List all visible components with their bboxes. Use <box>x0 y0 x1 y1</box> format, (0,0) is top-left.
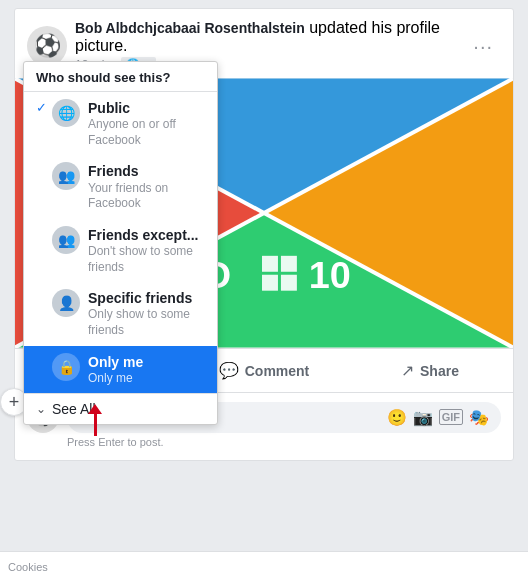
page-wrapper: + ⚽ Bob Albdchjcabaai Rosenthalstein upd… <box>0 8 528 581</box>
only-me-title: Only me <box>88 353 205 371</box>
public-subtitle: Anyone on or off Facebook <box>88 117 205 148</box>
public-icon: 🌐 <box>52 99 80 127</box>
cookies-rest: ookies <box>16 561 48 573</box>
dropdown-item-specific-friends[interactable]: 👤 Specific friends Only show to some fri… <box>24 282 217 345</box>
share-label: Share <box>420 363 459 379</box>
friends-subtitle: Your friends on Facebook <box>88 181 205 212</box>
dropdown-header: Who should see this? <box>24 62 217 92</box>
specific-friends-title: Specific friends <box>88 289 205 307</box>
bottom-bar: C ookies <box>0 551 528 581</box>
post-author-name[interactable]: Bob Albdchjcabaai Rosenthalstein <box>75 20 305 36</box>
friends-except-icon: 👥 <box>52 226 80 254</box>
sticker-icon[interactable]: 🎭 <box>469 408 489 427</box>
friends-except-item-text: Friends except... Don't show to some fri… <box>88 226 205 275</box>
comment-label: Comment <box>245 363 310 379</box>
check-icon-public: ✓ <box>36 100 52 115</box>
emoji-icon[interactable]: 🙂 <box>387 408 407 427</box>
svg-rect-12 <box>262 275 278 291</box>
post-header: ⚽ Bob Albdchjcabaai Rosenthalstein updat… <box>15 9 513 78</box>
post-card: ⚽ Bob Albdchjcabaai Rosenthalstein updat… <box>14 8 514 461</box>
dropdown-item-friends-except[interactable]: 👥 Friends except... Don't show to some f… <box>24 219 217 282</box>
friends-except-title: Friends except... <box>88 226 205 244</box>
svg-rect-13 <box>281 275 297 291</box>
only-me-subtitle: Only me <box>88 371 205 387</box>
friends-item-text: Friends Your friends on Facebook <box>88 162 205 211</box>
dropdown-item-only-me[interactable]: 🔒 Only me Only me <box>24 346 217 394</box>
share-button[interactable]: ↗ Share <box>351 355 509 386</box>
svg-rect-11 <box>281 256 297 272</box>
specific-friends-icon: 👤 <box>52 289 80 317</box>
public-title: Public <box>88 99 205 117</box>
comment-icon: 💬 <box>219 361 239 380</box>
camera-icon[interactable]: 📷 <box>413 408 433 427</box>
only-me-item-text: Only me Only me <box>88 353 205 387</box>
only-me-icon: 🔒 <box>52 353 80 381</box>
see-all-icon: ⌄ <box>36 402 46 416</box>
share-icon: ↗ <box>401 361 414 380</box>
public-item-text: Public Anyone on or off Facebook <box>88 99 205 148</box>
fab-icon: + <box>9 392 20 413</box>
gif-icon[interactable]: GIF <box>439 409 463 425</box>
friends-title: Friends <box>88 162 205 180</box>
specific-friends-subtitle: Only show to some friends <box>88 307 205 338</box>
friends-except-subtitle: Don't show to some friends <box>88 244 205 275</box>
press-enter-hint: Press Enter to post. <box>27 433 501 452</box>
avatar-icon: ⚽ <box>34 33 61 59</box>
cookies-text: C <box>8 561 16 573</box>
dropdown-item-friends[interactable]: 👥 Friends Your friends on Facebook <box>24 155 217 218</box>
comment-icons: 🙂 📷 GIF 🎭 <box>387 408 489 427</box>
more-options-button[interactable]: ··· <box>465 32 501 60</box>
friends-icon: 👥 <box>52 162 80 190</box>
specific-friends-item-text: Specific friends Only show to some frien… <box>88 289 205 338</box>
see-all-label: See All <box>52 401 96 417</box>
avatar: ⚽ <box>27 26 67 66</box>
svg-text:10: 10 <box>309 254 351 296</box>
post-author-line: Bob Albdchjcabaai Rosenthalstein updated… <box>75 19 465 55</box>
dropdown-footer[interactable]: ⌄ See All <box>24 393 217 424</box>
audience-dropdown: Who should see this? ✓ 🌐 Public Anyone o… <box>23 61 218 425</box>
svg-rect-10 <box>262 256 278 272</box>
dropdown-item-public[interactable]: ✓ 🌐 Public Anyone on or off Facebook <box>24 92 217 155</box>
